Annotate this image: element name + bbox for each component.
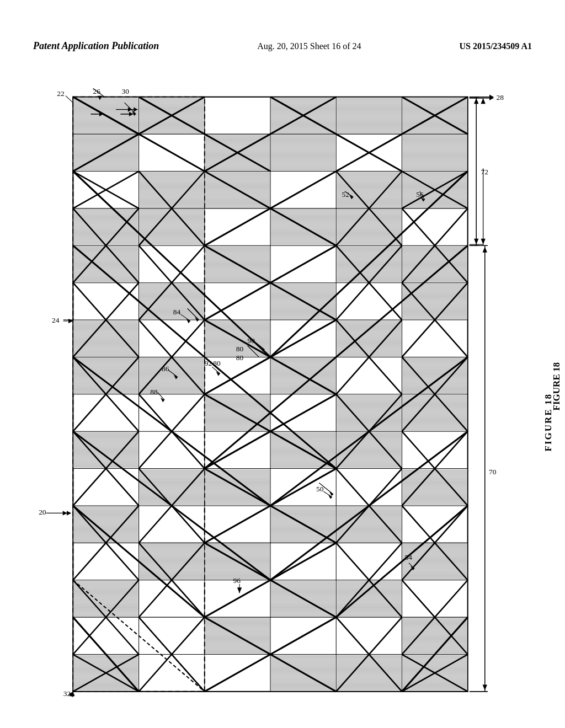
svg-rect-45: [73, 209, 138, 245]
svg-text:50: 50: [316, 485, 324, 493]
svg-rect-80: [337, 581, 401, 617]
svg-rect-48: [337, 209, 401, 245]
svg-rect-40: [402, 135, 467, 170]
svg-text:80: 80: [213, 359, 221, 367]
svg-rect-78: [73, 581, 138, 617]
svg-text:54: 54: [405, 553, 413, 561]
svg-rect-58: [337, 320, 401, 356]
figure-18-label: FIGURE 18: [551, 362, 562, 410]
publication-date-sheet: Aug. 20, 2015 Sheet 16 of 24: [257, 41, 361, 51]
svg-rect-71: [402, 469, 467, 505]
svg-rect-82: [402, 618, 467, 654]
svg-line-207: [66, 96, 73, 103]
svg-text:72: 72: [481, 168, 488, 176]
svg-marker-244: [481, 98, 486, 104]
diagram-container: FIGURE 18: [30, 85, 535, 700]
svg-text:90: 90: [248, 336, 255, 345]
svg-text:70: 70: [489, 468, 497, 476]
svg-rect-74: [337, 506, 401, 542]
svg-text:84: 84: [173, 308, 181, 316]
svg-text:28: 28: [496, 93, 504, 101]
svg-rect-39: [271, 135, 335, 170]
svg-rect-72: [73, 506, 138, 542]
svg-rect-46: [140, 209, 204, 245]
svg-rect-62: [402, 357, 467, 393]
svg-rect-49: [73, 246, 138, 282]
svg-rect-66: [73, 432, 138, 468]
svg-rect-60: [140, 357, 204, 393]
svg-marker-188: [474, 98, 478, 104]
publication-title: Patent Application Publication: [33, 40, 159, 52]
svg-marker-216: [68, 319, 73, 323]
svg-text:96: 96: [233, 576, 241, 585]
svg-marker-193: [483, 247, 487, 252]
svg-text:24: 24: [52, 316, 60, 324]
patent-diagram-svg: 22 26 30 28 52 56 72 24 84 86 88: [30, 85, 510, 709]
svg-marker-266: [161, 398, 164, 402]
svg-text:92: 92: [205, 359, 212, 367]
svg-marker-252: [237, 587, 242, 593]
svg-text:88: 88: [150, 388, 158, 396]
svg-text:30: 30: [121, 87, 129, 95]
svg-text:80: 80: [236, 345, 244, 353]
svg-text:20: 20: [39, 508, 46, 516]
svg-rect-59: [73, 357, 138, 393]
svg-text:32: 32: [63, 689, 71, 698]
svg-text:26: 26: [93, 87, 101, 95]
svg-rect-55: [402, 283, 467, 319]
svg-rect-75: [140, 543, 204, 579]
svg-rect-52: [402, 246, 467, 282]
svg-rect-65: [402, 395, 467, 431]
svg-rect-69: [140, 469, 204, 505]
svg-text:86: 86: [162, 365, 169, 373]
svg-marker-243: [481, 239, 486, 244]
svg-rect-85: [337, 655, 401, 691]
svg-text:80: 80: [236, 354, 244, 362]
svg-rect-56: [73, 320, 138, 356]
svg-rect-68: [337, 432, 401, 468]
svg-marker-194: [483, 684, 487, 690]
svg-marker-189: [474, 239, 478, 244]
svg-marker-270: [67, 511, 71, 515]
svg-text:22: 22: [57, 89, 64, 98]
publication-number: US 2015/234509 A1: [459, 41, 532, 51]
page-header: Patent Application Publication Aug. 20, …: [0, 40, 565, 52]
svg-rect-41: [140, 172, 204, 208]
svg-rect-53: [140, 283, 204, 319]
svg-rect-64: [337, 395, 401, 431]
svg-rect-35: [337, 98, 401, 133]
